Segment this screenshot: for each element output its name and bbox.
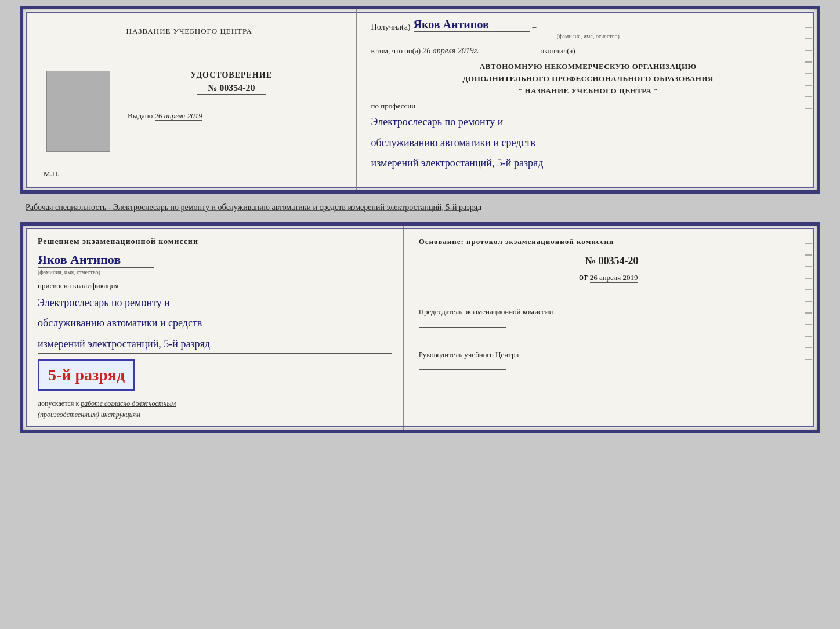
bdash1 [805, 243, 812, 244]
bottom-profession-line3: измерений электростанций, 5-й разряд [38, 335, 392, 354]
bottom-left-panel: Решением экзаменационной комиссии Яков А… [23, 226, 404, 430]
photo-placeholder [46, 71, 110, 152]
ot-prefix: от [579, 272, 588, 282]
org-line1: АВТОНОМНУЮ НЕКОММЕРЧЕСКУЮ ОРГАНИЗАЦИЮ [371, 61, 805, 73]
dash8 [805, 108, 812, 109]
vtom-line: в том, что он(а) 26 апреля 2019г. окончи… [371, 46, 805, 56]
side-dashes [805, 27, 812, 109]
info-block: УДОСТОВЕРЕНИЕ № 00354-20 Выдано 26 апрел… [122, 59, 341, 121]
dash1 [805, 27, 812, 28]
bdash4 [805, 278, 812, 279]
bdash7 [805, 312, 812, 314]
vydano-line: Выдано 26 апреля 2019 [128, 111, 202, 121]
bottom-side-dashes [805, 243, 812, 360]
vydano-date: 26 апреля 2019 [155, 111, 202, 121]
dopuskaetsya-label: допускается к [38, 399, 79, 408]
poluchil-line: Получил(а) Яков Антипов – [371, 18, 805, 32]
bdash9 [805, 336, 812, 337]
date-dash: – [640, 272, 645, 282]
top-left-panel: НАЗВАНИЕ УЧЕБНОГО ЦЕНТРА УДОСТОВЕРЕНИЕ №… [23, 9, 357, 190]
profession-line3: измерений электростанций, 5-й разряд [371, 154, 805, 173]
photo-info-row: УДОСТОВЕРЕНИЕ № 00354-20 Выдано 26 апрел… [38, 59, 341, 163]
protocol-number: № 00354-20 [419, 255, 805, 267]
vydano-label: Выдано [128, 111, 153, 120]
org-block: АВТОНОМНУЮ НЕКОММЕРЧЕСКУЮ ОРГАНИЗАЦИЮ ДО… [371, 61, 805, 97]
top-document: НАЗВАНИЕ УЧЕБНОГО ЦЕНТРА УДОСТОВЕРЕНИЕ №… [20, 6, 820, 194]
fio-field: Яков Антипов [414, 18, 530, 32]
bottom-document: Решением экзаменационной комиссии Яков А… [20, 222, 820, 433]
top-center-title: НАЗВАНИЕ УЧЕБНОГО ЦЕНТРА [126, 27, 252, 36]
bottom-profession-line2: обслуживанию автоматики и средств [38, 314, 392, 333]
grade-badge: 5-й разряд [38, 359, 135, 391]
bdash3 [805, 266, 812, 267]
profession-line2: обслуживанию автоматики и средств [371, 133, 805, 152]
ot-date: 26 апреля 2019 [590, 273, 638, 283]
po-professii-label: по профессии [371, 101, 805, 111]
fio-sub-label: (фамилия, имя, отчество) [371, 33, 805, 39]
resheniem-title: Решением экзаменационной комиссии [38, 237, 392, 246]
vtom-prefix: в том, что он(а) [371, 46, 421, 55]
rukovoditel-signature-line [419, 369, 506, 370]
dopuskaetsya2: (производственным) инструкциям [38, 410, 140, 419]
rukovoditel-block: Руководитель учебного Центра [419, 349, 805, 383]
rukovoditel-label: Руководитель учебного Центра [419, 349, 805, 361]
predsedatel-block: Председатель экзаменационной комиссии [419, 306, 805, 340]
dash6 [805, 85, 812, 86]
dash3 [805, 50, 812, 51]
bdash5 [805, 289, 812, 290]
bdash6 [805, 301, 812, 302]
bdash10 [805, 347, 812, 348]
dash4 [805, 61, 812, 63]
dash5 [805, 73, 812, 74]
dash7 [805, 96, 812, 97]
udostoverenie-label: УДОСТОВЕРЕНИЕ [191, 71, 272, 80]
middle-text: Рабочая специальность - Электрослесарь п… [20, 198, 820, 216]
document-container: НАЗВАНИЕ УЧЕБНОГО ЦЕНТРА УДОСТОВЕРЕНИЕ №… [20, 6, 820, 433]
predsedatel-signature-line [419, 327, 506, 328]
org-line2: ДОПОЛНИТЕЛЬНОГО ПРОФЕССИОНАЛЬНОГО ОБРАЗО… [371, 73, 805, 85]
dopuskaetsya-underline: работе согласно должностным [81, 399, 176, 408]
poluchil-prefix: Получил(а) [371, 23, 411, 32]
bdash2 [805, 254, 812, 256]
bdash8 [805, 324, 812, 325]
profession-line1: Электрослесарь по ремонту и [371, 112, 805, 132]
dash2 [805, 38, 812, 39]
ot-date-block: от 26 апреля 2019 – [419, 272, 805, 294]
dash-separator: – [533, 23, 537, 32]
org-line3: " НАЗВАНИЕ УЧЕБНОГО ЦЕНТРА " [371, 85, 805, 97]
bottom-fio-field: Яков Антипов [38, 252, 154, 268]
bdash11 [805, 359, 812, 360]
vtom-date: 26 апреля 2019г. [422, 46, 538, 56]
bottom-fio-handwritten: Яков Антипов [38, 252, 154, 268]
mp-label: М.П. [44, 169, 59, 179]
udostoverenie-block: УДОСТОВЕРЕНИЕ № 00354-20 [191, 71, 272, 95]
dopuskaetsya-text: допускается к работе согласно должностны… [38, 398, 392, 420]
prisvoena-label: присвоена квалификация [38, 281, 392, 290]
udostoverenie-number: № 00354-20 [197, 83, 266, 95]
bottom-fio-sub: (фамилия, имя, отчество) [38, 269, 392, 275]
bottom-profession-line1: Электрослесарь по ремонту и [38, 293, 392, 312]
okkonchil: окончил(а) [541, 46, 575, 55]
predsedatel-label: Председатель экзаменационной комиссии [419, 306, 805, 318]
bottom-right-panel: Основание: протокол экзаменационной коми… [404, 226, 817, 430]
fio-handwritten: Яков Антипов [414, 18, 489, 31]
top-right-panel: Получил(а) Яков Антипов – (фамилия, имя,… [357, 9, 817, 190]
osnovanie-label: Основание: протокол экзаменационной коми… [419, 237, 805, 246]
